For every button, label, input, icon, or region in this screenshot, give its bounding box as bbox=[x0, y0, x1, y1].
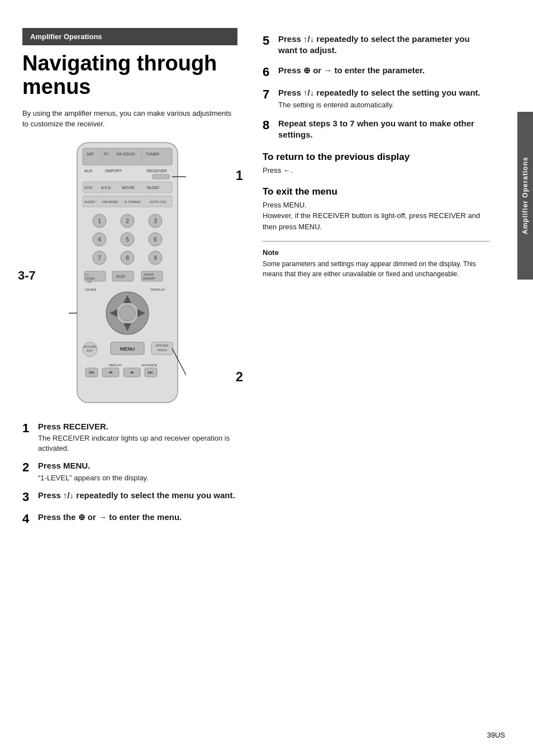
svg-text:ENTER: ENTER bbox=[144, 273, 154, 276]
note-divider bbox=[263, 241, 489, 242]
svg-text:•▶: •▶ bbox=[130, 370, 134, 374]
svg-text:9: 9 bbox=[154, 255, 157, 261]
side-tab: Amplifier Operations bbox=[517, 112, 533, 280]
svg-text:◀•: ◀• bbox=[108, 370, 113, 374]
step-8: 8 Repeat steps 3 to 7 when you want to m… bbox=[263, 118, 489, 141]
svg-text:-/--: -/-- bbox=[85, 273, 89, 276]
step-1-title: Press RECEIVER. bbox=[38, 421, 237, 432]
subsection-return: To return to the previous display Press … bbox=[263, 152, 489, 176]
step-5-num: 5 bbox=[263, 34, 278, 48]
svg-text:6: 6 bbox=[154, 237, 157, 243]
step-4: 4 Press the ⊕ or → to enter the menu. bbox=[22, 512, 237, 526]
svg-text:°DISPLAY: °DISPLAY bbox=[150, 288, 165, 291]
svg-text:0/10: 0/10 bbox=[116, 274, 125, 279]
subsection-return-title: To return to the previous display bbox=[263, 152, 489, 163]
svg-text:MUSIC: MUSIC bbox=[147, 186, 160, 190]
svg-text:1: 1 bbox=[98, 218, 101, 224]
svg-text:>10: >10 bbox=[87, 280, 92, 284]
svg-text:5: 5 bbox=[126, 237, 129, 243]
step-8-num: 8 bbox=[263, 118, 278, 133]
step-1-desc: The RECEIVER indicator lights up and rec… bbox=[38, 433, 237, 453]
svg-text:MOVIE: MOVIE bbox=[122, 186, 135, 190]
subsection-exit-text: Press MENU. However, if the RECEIVER but… bbox=[263, 200, 489, 233]
svg-rect-1 bbox=[83, 148, 172, 165]
step-2: 2 Press MENU. “1-LEVEL” appears on the d… bbox=[22, 460, 237, 483]
svg-text:2: 2 bbox=[126, 218, 129, 224]
subsection-return-text: Press ←. bbox=[263, 165, 489, 176]
step-7-num: 7 bbox=[263, 87, 278, 102]
svg-text:°GUIDE: °GUIDE bbox=[84, 288, 96, 291]
step-5: 5 Press ↑/↓ repeatedly to select the par… bbox=[263, 34, 489, 57]
svg-point-58 bbox=[120, 305, 135, 321]
svg-text:SAT: SAT bbox=[87, 152, 94, 156]
svg-text:SA-CD/CD: SA-CD/CD bbox=[116, 152, 135, 156]
intro-text: By using the amplifier menus, you can ma… bbox=[22, 108, 237, 130]
svg-text:AUX: AUX bbox=[84, 169, 93, 173]
step-4-num: 4 bbox=[22, 512, 38, 526]
note-text: Some parameters and settings may appear … bbox=[263, 259, 489, 279]
step-2-title: Press MENU. bbox=[38, 460, 237, 471]
steps-left: 1 Press RECEIVER. The RECEIVER indicator… bbox=[22, 421, 237, 526]
subsection-exit-title: To exit the menu bbox=[263, 186, 489, 197]
step-7-desc: The setting is entered automatically. bbox=[278, 100, 489, 110]
svg-text:3: 3 bbox=[154, 218, 157, 224]
svg-text:TUNER: TUNER bbox=[146, 152, 159, 156]
step-3-num: 3 bbox=[22, 490, 38, 504]
step-6-title: Press ⊕ or → to enter the parameter. bbox=[278, 65, 489, 76]
step-7-title: Press ↑/↓ repeatedly to select the setti… bbox=[278, 87, 489, 98]
step-8-title: Repeat steps 3 to 7 when you want to mak… bbox=[278, 118, 489, 140]
svg-text:4: 4 bbox=[98, 237, 101, 243]
svg-text:FM MODE: FM MODE bbox=[102, 200, 118, 204]
svg-text:AUTO CAL: AUTO CAL bbox=[150, 200, 167, 204]
svg-text:8: 8 bbox=[126, 255, 129, 261]
callout-37: 3-7 bbox=[18, 268, 36, 283]
svg-text:A.F.D.: A.F.D. bbox=[101, 186, 112, 190]
step-3: 3 Press ↑/↓ repeatedly to select the men… bbox=[22, 490, 237, 504]
steps-right: 5 Press ↑/↓ repeatedly to select the par… bbox=[263, 34, 489, 141]
callout-2: 2 bbox=[236, 369, 243, 385]
step-1-num: 1 bbox=[22, 421, 38, 436]
step-3-title: Press ↑/↓ repeatedly to select the menu … bbox=[38, 490, 237, 501]
step-7: 7 Press ↑/↓ repeatedly to select the set… bbox=[263, 87, 489, 110]
step-2-desc: “1-LEVEL” appears on the display. bbox=[38, 473, 237, 483]
svg-text:MENU: MENU bbox=[120, 346, 135, 352]
note-title: Note bbox=[263, 248, 489, 257]
svg-text:TV: TV bbox=[103, 152, 108, 156]
remote-illustration: SAT TV SA-CD/CD TUNER AUX DMPORT RECEIVE… bbox=[22, 140, 237, 410]
svg-text:EXIT: EXIT bbox=[87, 349, 93, 352]
page-title: Navigating through menus bbox=[22, 52, 237, 99]
svg-text:⏮: ⏮ bbox=[89, 369, 94, 375]
svg-text:TOOLS: TOOLS bbox=[157, 348, 167, 352]
remote-svg: SAT TV SA-CD/CD TUNER AUX DMPORT RECEIVE… bbox=[69, 140, 186, 408]
note-section: Note Some parameters and settings may ap… bbox=[263, 241, 489, 279]
step-2-num: 2 bbox=[22, 460, 38, 475]
svg-text:DMPORT: DMPORT bbox=[105, 169, 122, 173]
svg-text:OPTIONS: OPTIONS bbox=[155, 344, 168, 347]
section-badge: Amplifier Operations bbox=[22, 28, 237, 45]
step-1: 1 Press RECEIVER. The RECEIVER indicator… bbox=[22, 421, 237, 454]
step-5-title: Press ↑/↓ repeatedly to select the param… bbox=[278, 34, 489, 55]
svg-text:⏭: ⏭ bbox=[148, 369, 154, 375]
right-column: 5 Press ↑/↓ repeatedly to select the par… bbox=[251, 17, 517, 739]
svg-text:RECEIVER: RECEIVER bbox=[147, 169, 167, 173]
subsection-exit: To exit the menu Press MENU. However, if… bbox=[263, 186, 489, 233]
svg-text:MEMORY: MEMORY bbox=[143, 277, 156, 280]
svg-rect-12 bbox=[153, 174, 169, 179]
svg-text:REPLAY: REPLAY bbox=[109, 363, 122, 367]
svg-text:ADVANCE: ADVANCE bbox=[141, 363, 158, 367]
callout-1: 1 bbox=[236, 168, 243, 183]
step-6-num: 6 bbox=[263, 65, 278, 79]
svg-text:SLEEP: SLEEP bbox=[84, 200, 95, 204]
svg-text:7: 7 bbox=[98, 255, 101, 261]
step-4-title: Press the ⊕ or → to enter the menu. bbox=[38, 512, 237, 523]
step-6: 6 Press ⊕ or → to enter the parameter. bbox=[263, 65, 489, 79]
svg-text:2CH: 2CH bbox=[84, 186, 92, 190]
svg-text:RETURN/: RETURN/ bbox=[83, 345, 96, 348]
page-number: 39US bbox=[487, 731, 505, 739]
svg-text:D.TUNING: D.TUNING bbox=[125, 200, 141, 204]
